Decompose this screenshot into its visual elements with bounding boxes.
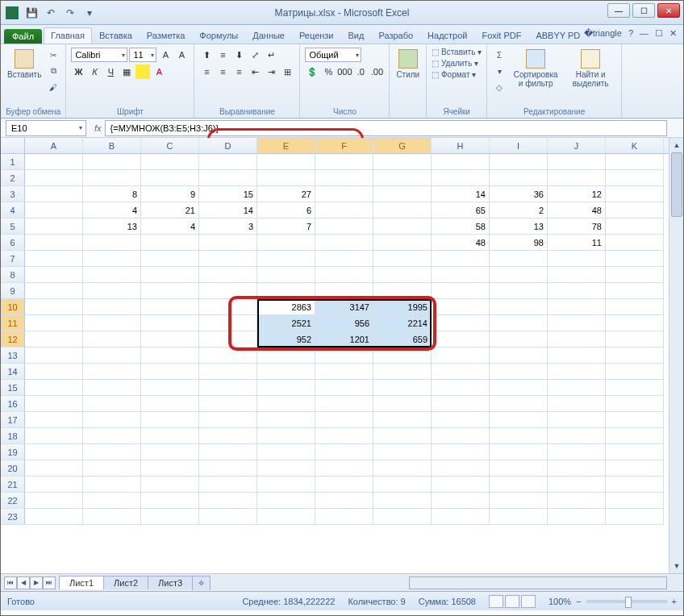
tab-file[interactable]: Файл xyxy=(4,29,42,44)
cell-A4[interactable] xyxy=(25,202,83,219)
cell-G21[interactable] xyxy=(373,477,432,493)
tab-formulas[interactable]: Формулы xyxy=(192,27,245,44)
cell-D11[interactable] xyxy=(199,315,257,331)
cell-K4[interactable] xyxy=(606,202,664,219)
row-header-10[interactable]: 10 xyxy=(1,299,25,315)
horizontal-scrollbar[interactable] xyxy=(409,576,667,589)
save-icon[interactable]: 💾 xyxy=(23,5,40,21)
cell-A20[interactable] xyxy=(25,460,83,477)
number-format-combo[interactable]: Общий xyxy=(305,48,361,62)
cell-D9[interactable] xyxy=(199,283,257,299)
align-right-icon[interactable]: ≡ xyxy=(231,65,246,79)
cell-E15[interactable] xyxy=(257,380,315,396)
cell-G23[interactable] xyxy=(373,509,432,525)
cell-E8[interactable] xyxy=(257,267,315,283)
maximize-button[interactable]: ☐ xyxy=(632,3,655,18)
col-header-B[interactable]: B xyxy=(83,138,141,153)
cell-C16[interactable] xyxy=(141,396,199,412)
col-header-A[interactable]: A xyxy=(25,138,83,153)
align-bottom-icon[interactable]: ⬇ xyxy=(231,48,246,62)
merge-icon[interactable]: ⊞ xyxy=(280,65,294,79)
cell-J7[interactable] xyxy=(548,251,606,267)
cell-A18[interactable] xyxy=(25,428,83,444)
cell-F22[interactable] xyxy=(315,493,373,509)
zoom-level[interactable]: 100% xyxy=(548,597,571,606)
cell-G10[interactable]: 1995 xyxy=(373,299,432,315)
cell-H14[interactable] xyxy=(432,364,490,380)
cell-B19[interactable] xyxy=(83,444,141,460)
cell-D22[interactable] xyxy=(199,493,257,509)
row-header-4[interactable]: 4 xyxy=(1,202,25,219)
cell-D21[interactable] xyxy=(199,477,257,493)
cell-F15[interactable] xyxy=(315,380,373,396)
cell-E2[interactable] xyxy=(257,170,315,186)
cell-F7[interactable] xyxy=(315,251,373,267)
cell-H10[interactable] xyxy=(432,299,490,315)
cell-F11[interactable]: 956 xyxy=(315,315,373,331)
grow-font-icon[interactable]: A xyxy=(158,48,173,62)
cell-H11[interactable] xyxy=(432,315,490,331)
row-header-16[interactable]: 16 xyxy=(1,396,25,412)
row-header-12[interactable]: 12 xyxy=(1,331,25,348)
format-painter-icon[interactable]: 🖌 xyxy=(46,80,60,94)
cell-G4[interactable] xyxy=(373,202,432,219)
tab-abbyy[interactable]: ABBYY PD xyxy=(528,27,587,44)
cell-B6[interactable] xyxy=(83,235,141,251)
cell-C1[interactable] xyxy=(141,154,199,170)
find-select-button[interactable]: Найти и выделить xyxy=(565,48,616,89)
cell-A2[interactable] xyxy=(25,170,83,186)
cell-I13[interactable] xyxy=(490,348,548,364)
cell-F17[interactable] xyxy=(315,412,373,428)
cell-D18[interactable] xyxy=(199,428,257,444)
cell-I5[interactable]: 13 xyxy=(490,219,548,235)
cell-J6[interactable]: 11 xyxy=(548,235,606,251)
cell-J22[interactable] xyxy=(548,493,606,509)
zoom-in-icon[interactable]: + xyxy=(672,597,677,606)
cell-I8[interactable] xyxy=(490,267,548,283)
row-header-7[interactable]: 7 xyxy=(1,251,25,267)
undo-icon[interactable]: ↶ xyxy=(43,5,59,21)
cell-J13[interactable] xyxy=(548,348,606,364)
zoom-out-icon[interactable]: − xyxy=(576,597,581,606)
cell-F20[interactable] xyxy=(315,460,373,477)
cell-E21[interactable] xyxy=(257,477,315,493)
sort-filter-button[interactable]: Сортировка и фильтр xyxy=(510,48,561,89)
cell-A10[interactable] xyxy=(25,299,83,315)
cell-E14[interactable] xyxy=(257,364,315,380)
row-header-2[interactable]: 2 xyxy=(1,170,25,186)
cell-B20[interactable] xyxy=(83,460,141,477)
cell-H12[interactable] xyxy=(432,331,490,348)
sheet-tab-1[interactable]: Лист1 xyxy=(59,576,104,589)
cell-F10[interactable]: 3147 xyxy=(315,299,373,315)
cell-C18[interactable] xyxy=(141,428,199,444)
tab-home[interactable]: Главная xyxy=(44,27,92,44)
cell-E17[interactable] xyxy=(257,412,315,428)
cell-E11[interactable]: 2521 xyxy=(257,315,315,331)
cell-B7[interactable] xyxy=(83,251,141,267)
cell-A15[interactable] xyxy=(25,380,83,396)
prev-sheet-icon[interactable]: ◀ xyxy=(17,576,30,589)
cell-B12[interactable] xyxy=(83,331,141,348)
cell-B13[interactable] xyxy=(83,348,141,364)
cell-E20[interactable] xyxy=(257,460,315,477)
cell-B8[interactable] xyxy=(83,267,141,283)
cell-I20[interactable] xyxy=(490,460,548,477)
cell-K2[interactable] xyxy=(606,170,664,186)
cell-F21[interactable] xyxy=(315,477,373,493)
cell-I9[interactable] xyxy=(490,283,548,299)
row-header-5[interactable]: 5 xyxy=(1,219,25,235)
cell-C20[interactable] xyxy=(141,460,199,477)
cell-I22[interactable] xyxy=(490,493,548,509)
cell-K5[interactable] xyxy=(606,219,664,235)
align-left-icon[interactable]: ≡ xyxy=(199,65,214,79)
col-header-K[interactable]: K xyxy=(606,138,664,153)
cell-C19[interactable] xyxy=(141,444,199,460)
cell-D8[interactable] xyxy=(199,267,257,283)
cell-A3[interactable] xyxy=(25,186,83,202)
cell-H8[interactable] xyxy=(432,267,490,283)
row-header-18[interactable]: 18 xyxy=(1,428,25,444)
row-header-14[interactable]: 14 xyxy=(1,364,25,380)
align-middle-icon[interactable]: ≡ xyxy=(215,48,230,62)
cell-D4[interactable]: 14 xyxy=(199,202,257,219)
cell-E13[interactable] xyxy=(257,348,315,364)
